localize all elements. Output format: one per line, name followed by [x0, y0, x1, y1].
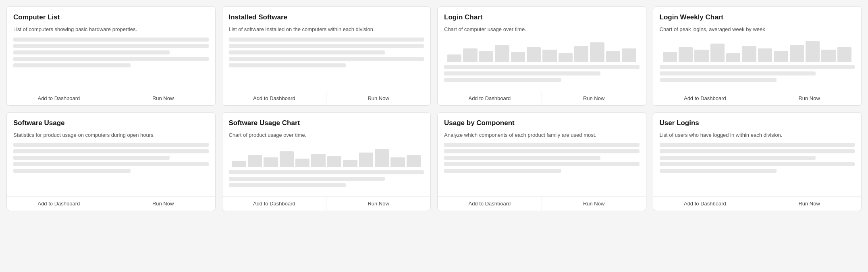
- add-to-dashboard-button-usage-by-component[interactable]: Add to Dashboard: [438, 197, 542, 211]
- bar-10: [606, 51, 620, 62]
- skeleton-line: [13, 149, 209, 153]
- bar-3: [280, 151, 294, 167]
- card-computer-list: Computer ListList of computers showing b…: [6, 6, 216, 106]
- skeleton-line: [229, 170, 424, 174]
- card-body-usage-by-component: Usage by ComponentAnalyze which componen…: [438, 113, 646, 197]
- bar-9: [590, 42, 604, 62]
- skeleton-line: [444, 78, 561, 82]
- bar-5: [527, 47, 541, 62]
- add-to-dashboard-button-installed-software[interactable]: Add to Dashboard: [222, 91, 326, 105]
- skeleton-line: [13, 57, 209, 61]
- run-now-button-usage-by-component[interactable]: Run Now: [542, 197, 646, 211]
- skeleton-line: [660, 169, 777, 173]
- skeleton-line: [660, 149, 855, 153]
- add-to-dashboard-button-software-usage[interactable]: Add to Dashboard: [7, 197, 111, 211]
- bar-2: [694, 50, 708, 62]
- card-title-user-logins: User Logins: [660, 119, 855, 127]
- card-footer-usage-by-component: Add to DashboardRun Now: [438, 196, 646, 211]
- card-footer-login-chart: Add to DashboardRun Now: [438, 91, 646, 105]
- bar-9: [375, 149, 389, 167]
- run-now-button-computer-list[interactable]: Run Now: [111, 91, 215, 105]
- bar-8: [574, 46, 588, 62]
- bar-0: [232, 161, 246, 167]
- card-footer-installed-software: Add to DashboardRun Now: [222, 91, 431, 105]
- card-software-usage: Software UsageStatistics for product usa…: [6, 112, 216, 211]
- add-to-dashboard-button-user-logins[interactable]: Add to Dashboard: [653, 197, 757, 211]
- bar-10: [821, 50, 835, 62]
- card-description-computer-list: List of computers showing basic hardware…: [13, 25, 209, 33]
- chart-preview-software-usage-chart: [229, 143, 424, 167]
- card-title-login-chart: Login Chart: [444, 13, 640, 21]
- card-footer-user-logins: Add to DashboardRun Now: [653, 196, 862, 211]
- card-title-software-usage: Software Usage: [13, 119, 209, 127]
- bar-1: [248, 155, 262, 167]
- run-now-button-software-usage-chart[interactable]: Run Now: [326, 197, 430, 211]
- card-title-usage-by-component: Usage by Component: [444, 119, 640, 127]
- report-grid: Computer ListList of computers showing b…: [6, 6, 862, 211]
- skeleton-line: [13, 143, 209, 147]
- card-footer-software-usage: Add to DashboardRun Now: [7, 196, 215, 211]
- skeleton-line: [13, 169, 131, 173]
- card-title-computer-list: Computer List: [13, 13, 209, 21]
- skeleton-line: [229, 57, 424, 61]
- skeleton-line: [660, 143, 855, 147]
- card-description-login-chart: Chart of computer usage over time.: [444, 25, 640, 33]
- bar-11: [622, 48, 636, 62]
- run-now-button-user-logins[interactable]: Run Now: [757, 197, 861, 211]
- skeleton-line: [229, 63, 346, 67]
- bar-2: [264, 157, 278, 167]
- bar-7: [774, 51, 788, 62]
- card-description-installed-software: List of software installed on the comput…: [229, 25, 424, 33]
- bar-3: [495, 45, 509, 62]
- skeleton-line: [660, 65, 855, 69]
- add-to-dashboard-button-login-chart[interactable]: Add to Dashboard: [438, 91, 542, 105]
- run-now-button-login-weekly-chart[interactable]: Run Now: [757, 91, 861, 105]
- card-title-login-weekly-chart: Login Weekly Chart: [660, 13, 855, 21]
- skeleton-line: [660, 162, 855, 166]
- skeleton-line: [444, 143, 640, 147]
- skeleton-line: [444, 156, 600, 160]
- skeleton-line: [229, 38, 424, 42]
- skeleton-line: [229, 183, 346, 187]
- card-installed-software: Installed SoftwareList of software insta…: [222, 6, 431, 106]
- bar-8: [790, 45, 804, 62]
- run-now-button-login-chart[interactable]: Run Now: [542, 91, 646, 105]
- bar-6: [758, 48, 772, 62]
- card-description-software-usage: Statistics for product usage on computer…: [13, 131, 209, 139]
- bar-4: [511, 52, 525, 62]
- skeleton-line: [229, 50, 385, 54]
- bar-6: [327, 156, 341, 167]
- skeleton-line: [444, 65, 640, 69]
- add-to-dashboard-button-login-weekly-chart[interactable]: Add to Dashboard: [653, 91, 757, 105]
- card-login-weekly-chart: Login Weekly ChartChart of peak logins, …: [653, 6, 862, 106]
- card-description-usage-by-component: Analyze which components of each product…: [444, 131, 640, 139]
- add-to-dashboard-button-computer-list[interactable]: Add to Dashboard: [7, 91, 111, 105]
- skeleton-line: [229, 44, 424, 48]
- bar-4: [295, 159, 309, 167]
- add-to-dashboard-button-software-usage-chart[interactable]: Add to Dashboard: [222, 197, 326, 211]
- card-body-login-weekly-chart: Login Weekly ChartChart of peak logins, …: [653, 7, 862, 91]
- skeleton-line: [13, 162, 209, 166]
- skeleton-line: [444, 71, 600, 75]
- bar-7: [343, 160, 357, 167]
- chart-preview-login-weekly-chart: [660, 38, 855, 62]
- card-body-software-usage-chart: Software Usage ChartChart of product usa…: [222, 113, 431, 197]
- run-now-button-software-usage[interactable]: Run Now: [111, 197, 215, 211]
- run-now-button-installed-software[interactable]: Run Now: [326, 91, 430, 105]
- skeleton-line: [13, 44, 209, 48]
- skeleton-line: [13, 63, 131, 67]
- bar-9: [806, 41, 820, 62]
- card-footer-login-weekly-chart: Add to DashboardRun Now: [653, 91, 862, 105]
- card-title-installed-software: Installed Software: [229, 13, 424, 21]
- card-footer-computer-list: Add to DashboardRun Now: [7, 91, 215, 105]
- skeleton-line: [13, 50, 170, 54]
- bar-1: [679, 47, 693, 62]
- card-body-user-logins: User LoginsList of users who have logged…: [653, 113, 862, 197]
- bar-5: [311, 154, 325, 167]
- card-user-logins: User LoginsList of users who have logged…: [653, 112, 862, 211]
- skeleton-line: [660, 78, 777, 82]
- chart-preview-login-chart: [444, 38, 640, 62]
- skeleton-line: [444, 169, 561, 173]
- bar-0: [663, 52, 677, 62]
- card-software-usage-chart: Software Usage ChartChart of product usa…: [222, 112, 431, 211]
